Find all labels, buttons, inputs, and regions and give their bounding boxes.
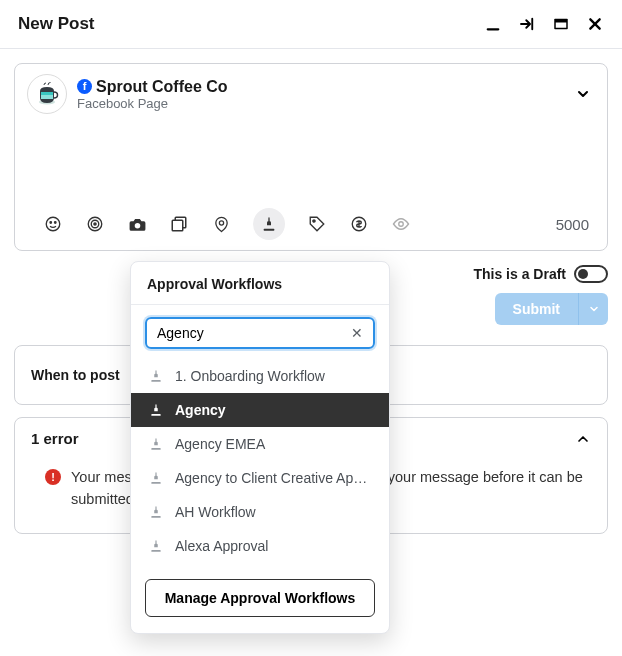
svg-rect-25 xyxy=(151,414,160,416)
svg-point-16 xyxy=(134,222,140,228)
window-title: New Post xyxy=(18,14,95,34)
stamp-icon xyxy=(149,369,163,383)
svg-rect-29 xyxy=(151,550,160,552)
draft-toggle[interactable] xyxy=(574,265,608,283)
draft-label: This is a Draft xyxy=(473,266,566,282)
approval-item-label: Agency EMEA xyxy=(175,436,265,452)
char-count: 5000 xyxy=(556,216,589,233)
approval-list: 1. Onboarding Workflow Agency Agency EME… xyxy=(131,355,389,567)
svg-rect-24 xyxy=(151,380,160,382)
svg-rect-27 xyxy=(151,482,160,484)
approval-search-input-wrap: ✕ xyxy=(145,317,375,349)
svg-rect-9 xyxy=(41,95,53,99)
approval-item[interactable]: Agency to Client Creative Ap… xyxy=(131,461,389,495)
chevron-down-icon[interactable] xyxy=(575,86,591,102)
approval-item-label: Alexa Approval xyxy=(175,538,268,554)
approval-item-label: 1. Onboarding Workflow xyxy=(175,368,325,384)
stamp-icon xyxy=(149,505,163,519)
gallery-icon[interactable] xyxy=(169,214,189,234)
approval-workflows-popup: Approval Workflows ✕ 1. Onboarding Workf… xyxy=(130,261,390,634)
approval-item[interactable]: Agency xyxy=(131,393,389,427)
approval-search-input[interactable] xyxy=(157,325,351,341)
svg-rect-26 xyxy=(151,448,160,450)
approval-item[interactable]: Alexa Approval xyxy=(131,529,389,563)
composer-toolbar: 5000 xyxy=(15,202,607,250)
approval-item-label: Agency xyxy=(175,402,226,418)
stamp-icon xyxy=(149,437,163,451)
error-title: 1 error xyxy=(31,430,79,447)
chevron-up-icon[interactable] xyxy=(575,431,591,447)
error-icon: ! xyxy=(45,469,61,485)
svg-point-10 xyxy=(46,217,60,231)
svg-point-12 xyxy=(55,222,57,224)
camera-icon[interactable] xyxy=(127,214,147,234)
svg-rect-28 xyxy=(151,516,160,518)
svg-rect-4 xyxy=(556,23,567,28)
svg-rect-20 xyxy=(264,229,275,231)
avatar xyxy=(27,74,67,114)
dock-right-icon[interactable] xyxy=(518,15,536,33)
approval-popup-title: Approval Workflows xyxy=(131,262,389,305)
approval-item-label: AH Workflow xyxy=(175,504,256,520)
clear-search-icon[interactable]: ✕ xyxy=(351,325,363,341)
minimize-icon[interactable] xyxy=(484,15,502,33)
profile-selector[interactable]: f Sprout Coffee Co Facebook Page xyxy=(15,64,607,122)
svg-rect-18 xyxy=(172,220,183,231)
target-icon[interactable] xyxy=(85,214,105,234)
submit-button[interactable]: Submit xyxy=(495,293,578,325)
stamp-icon xyxy=(149,471,163,485)
manage-workflows-button[interactable]: Manage Approval Workflows xyxy=(145,579,375,617)
approval-stamp-icon[interactable] xyxy=(253,208,285,240)
approval-item[interactable]: Agency EMEA xyxy=(131,427,389,461)
submit-more-button[interactable] xyxy=(578,293,608,325)
facebook-icon: f xyxy=(77,79,92,94)
profile-subtitle: Facebook Page xyxy=(77,96,228,112)
stamp-icon xyxy=(149,539,163,553)
window-actions xyxy=(484,15,604,33)
svg-point-19 xyxy=(219,220,223,224)
monetize-icon[interactable] xyxy=(349,214,369,234)
profile-name: Sprout Coffee Co xyxy=(96,77,228,96)
tag-icon[interactable] xyxy=(307,214,327,234)
svg-point-15 xyxy=(94,223,96,225)
approval-item-label: Agency to Client Creative Ap… xyxy=(175,470,367,486)
when-to-post-label: When to post xyxy=(31,367,120,383)
svg-point-23 xyxy=(399,222,404,227)
approval-item[interactable]: 1. Onboarding Workflow xyxy=(131,359,389,393)
svg-point-21 xyxy=(313,220,315,222)
approval-item[interactable]: AH Workflow xyxy=(131,495,389,529)
composer-textarea[interactable] xyxy=(15,122,607,202)
emoji-icon[interactable] xyxy=(43,214,63,234)
svg-point-11 xyxy=(50,222,52,224)
close-icon[interactable] xyxy=(586,15,604,33)
maximize-icon[interactable] xyxy=(552,15,570,33)
location-icon[interactable] xyxy=(211,214,231,234)
svg-rect-8 xyxy=(41,92,53,95)
composer-card: f Sprout Coffee Co Facebook Page xyxy=(14,63,608,251)
stamp-icon xyxy=(149,403,163,417)
preview-icon[interactable] xyxy=(391,214,411,234)
